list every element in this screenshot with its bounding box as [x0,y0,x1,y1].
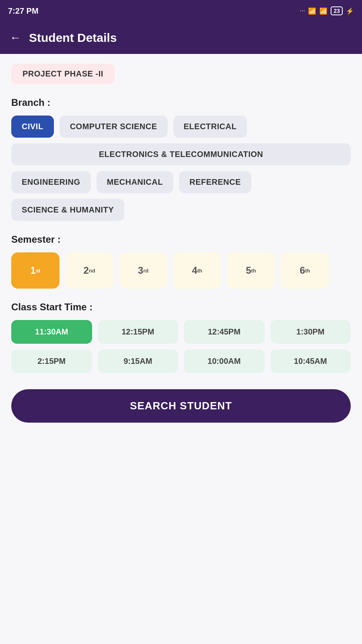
app-header: ← Student Details [0,22,362,54]
branch-btn-computer-science[interactable]: COMPUTER SCIENCE [60,116,168,138]
charging-icon: ⚡ [346,7,354,15]
branch-btn-science-humanity[interactable]: SCIENCE & HUMANITY [11,199,124,221]
back-button[interactable]: ← [10,31,21,44]
status-bar: 7:27 PM ··· 📶 📶 23 ⚡ [0,0,362,22]
main-content: PROJECT PHASE -II Branch : CIVILCOMPUTER… [0,54,362,644]
wifi-icon: 📶 [319,7,327,15]
time-btn-t1[interactable]: 11:30AM [11,320,92,344]
branch-label: Branch : [11,97,351,108]
status-time: 7:27 PM [8,6,39,16]
time-options: 11:30AM12:15PM12:45PM1:30PM2:15PM9:15AM1… [11,320,351,373]
search-student-button[interactable]: SEARCH STUDENT [11,389,351,423]
battery-indicator: 23 [331,6,343,15]
time-btn-t4[interactable]: 1:30PM [270,320,351,344]
branch-btn-electronics-telecom[interactable]: ELECTRONICS & TELECOMMUNICATION [11,143,351,165]
branch-btn-civil[interactable]: CIVIL [11,116,54,138]
time-btn-t7[interactable]: 10:00AM [184,349,265,373]
time-btn-t5[interactable]: 2:15PM [11,349,92,373]
branch-btn-electrical[interactable]: ELECTRICAL [173,116,247,138]
project-phase-tag[interactable]: PROJECT PHASE -II [11,64,115,84]
page-title: Student Details [29,31,117,45]
class-time-label: Class Start Time : [11,301,351,313]
time-btn-t3[interactable]: 12:45PM [184,320,265,344]
time-btn-t6[interactable]: 9:15AM [98,349,179,373]
bluetooth-icon: 📶 [308,7,316,15]
time-btn-t2[interactable]: 12:15PM [98,320,179,344]
status-icons: ··· 📶 📶 23 ⚡ [300,6,354,15]
branch-options: CIVILCOMPUTER SCIENCEELECTRICALELECTRONI… [11,116,351,221]
semester-label: Semester : [11,234,351,245]
semester-btn-sem6[interactable]: 6th [281,252,329,289]
time-btn-t8[interactable]: 10:45AM [270,349,351,373]
branch-btn-engineering[interactable]: ENGINEERING [11,171,91,193]
branch-btn-mechanical[interactable]: MECHANICAL [97,171,173,193]
semester-btn-sem4[interactable]: 4th [173,252,221,289]
signal-dots-icon: ··· [300,7,305,14]
semester-btn-sem2[interactable]: 2nd [65,252,113,289]
branch-btn-reference[interactable]: REFERENCE [179,171,251,193]
semester-options: 1st2nd3rd4th5th6th [11,252,351,289]
semester-btn-sem1[interactable]: 1st [11,252,60,289]
semester-btn-sem3[interactable]: 3rd [119,252,167,289]
semester-btn-sem5[interactable]: 5th [227,252,275,289]
